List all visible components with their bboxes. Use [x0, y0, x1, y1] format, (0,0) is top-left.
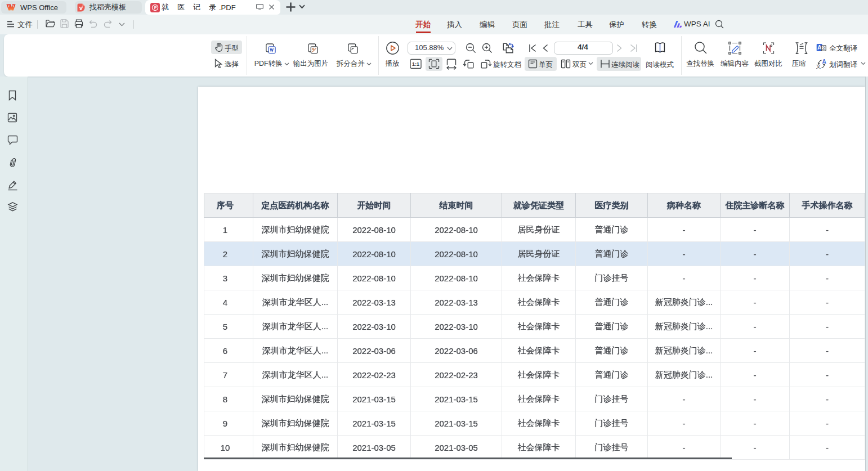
- svg-text:A: A: [822, 59, 826, 65]
- svg-text:文: 文: [816, 64, 821, 69]
- svg-text:文: 文: [821, 46, 826, 51]
